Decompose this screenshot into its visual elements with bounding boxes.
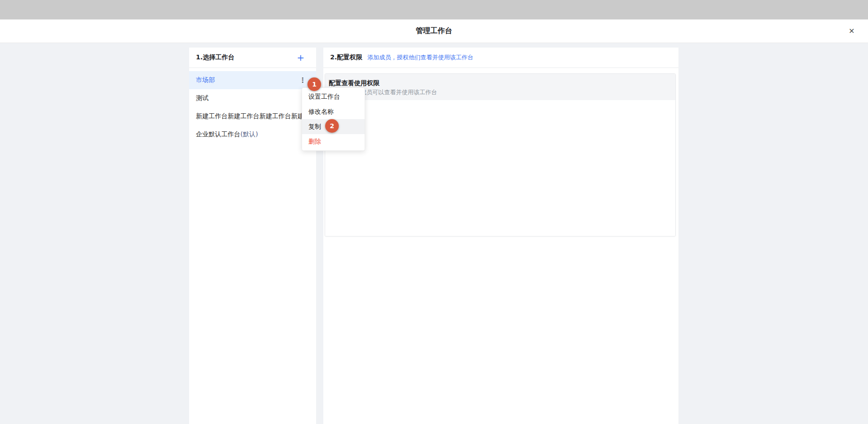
view-permission-member-area [325,100,675,236]
dialog-title: 管理工作台 [416,26,452,36]
workbench-item-marketing[interactable]: 市场部 ⋮ [189,71,316,89]
configure-permissions-title: 2.配置权限 [330,53,362,62]
view-permission-box: 配置查看使用权限 成员可以查看并使用该工作台 [325,73,676,236]
close-button[interactable]: ✕ [845,25,858,38]
menu-item-settings[interactable]: 设置工作台 [302,89,365,104]
select-workbench-title: 1.选择工作台 [196,53,234,62]
configure-permissions-header: 2.配置权限 添加成员，授权他们查看并使用该工作台 [323,48,678,68]
view-permission-box-header: 配置查看使用权限 成员可以查看并使用该工作台 [325,74,675,100]
manage-workbench-dialog: 管理工作台 ✕ 1.选择工作台 + 市场部 ⋮ 测试 新建工作台新建工作台新建工… [0,0,868,424]
default-tag: (默认) [240,130,258,139]
annotation-badge-1: 1 [307,77,321,91]
annotation-badge-2: 2 [325,119,339,133]
workbench-item-label: 企业默认工作台 [196,130,240,139]
menu-item-delete[interactable]: 删除 [302,134,365,149]
add-workbench-button[interactable]: + [296,53,305,62]
kebab-menu-icon: ⋮ [299,76,306,84]
workbench-item-label: 测试 [196,94,209,102]
workbench-item-test[interactable]: 测试 [189,89,316,107]
workbench-item-label: 市场部 [196,76,215,84]
select-workbench-header: 1.选择工作台 + [189,48,316,68]
workbench-item-new[interactable]: 新建工作台新建工作台新建工作台新建工作台 [189,107,316,125]
top-gray-strip [0,0,868,19]
workbench-item-label: 新建工作台新建工作台新建工作台新建工作台 [196,112,302,120]
more-menu-button[interactable]: ⋮ [299,77,306,84]
workbench-item-default[interactable]: 企业默认工作台(默认) [189,125,316,144]
view-permission-title: 配置查看使用权限 [329,78,670,87]
menu-item-rename[interactable]: 修改名称 [302,104,365,119]
dialog-header: 管理工作台 ✕ [0,19,868,43]
workbench-list: 市场部 ⋮ 测试 新建工作台新建工作台新建工作台新建工作台 企业默认工作台(默认… [189,68,316,144]
add-members-link[interactable]: 添加成员，授权他们查看并使用该工作台 [367,53,473,62]
select-workbench-panel: 1.选择工作台 + 市场部 ⋮ 测试 新建工作台新建工作台新建工作台新建工作台 … [189,48,316,424]
configure-permissions-panel: 2.配置权限 添加成员，授权他们查看并使用该工作台 配置查看使用权限 成员可以查… [323,48,678,424]
view-permission-subtitle: 成员可以查看并使用该工作台 [361,88,437,97]
plus-icon: + [297,53,305,62]
close-icon: ✕ [848,27,854,35]
